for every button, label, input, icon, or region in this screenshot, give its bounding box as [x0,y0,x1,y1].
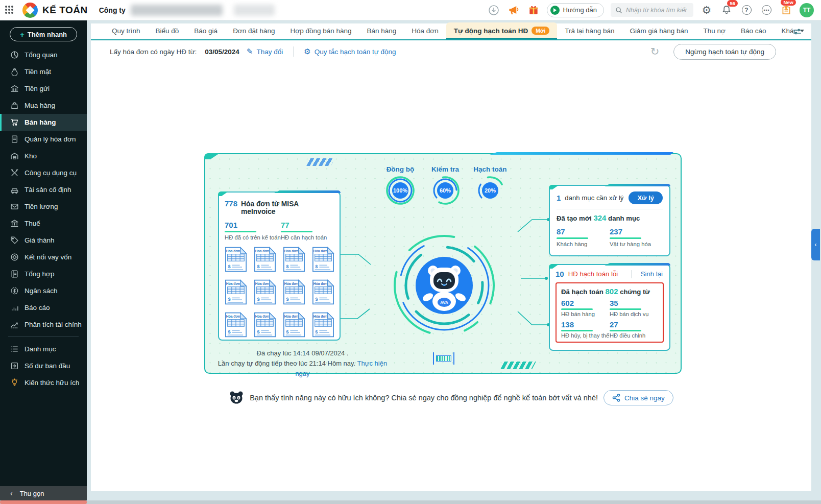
list-icon [10,345,19,353]
invoice-icon [283,279,305,305]
user-avatar[interactable]: TT [800,3,814,17]
notification-count-badge: 56 [727,0,738,7]
salary-envelope-icon [10,202,19,211]
horizontal-scrollbar-thumb[interactable] [0,500,87,504]
sidebar-collapse-button[interactable]: ‹ Thu gọn [0,486,87,500]
guide-button[interactable]: Hướng dẫn [547,3,604,17]
side-drawer-handle[interactable]: ‹ [811,229,820,260]
sidebar-item-gia-thanh[interactable]: Giá thành [0,232,87,249]
last-run-text: Đã chạy lúc 14:14 09/07/2024 . [214,348,391,358]
svg-text:60%: 60% [440,187,451,194]
tab-quy-trinh[interactable]: Quy trình [104,23,148,39]
stat-invoices-to-post: 77 HĐ cần hạch toán [281,221,334,241]
corner-accent [204,153,220,159]
svg-text:20%: 20% [485,187,496,194]
sidebar-item-tien-luong[interactable]: Tiền lương [0,198,87,215]
share-button[interactable]: Chia sẻ ngay [603,390,673,405]
sidebar-item-quan-ly-hoa-don[interactable]: Quản lý hóa đơn [0,131,87,148]
tab-bao-gia[interactable]: Báo giá [186,23,225,39]
more-options-icon[interactable]: ⋯ [760,4,773,17]
auto-accounting-rules-link[interactable]: ⚙ Quy tắc hạch toán tự động [304,47,396,56]
sidebar-item-kho[interactable]: Kho [0,148,87,164]
main-content: Quy trình Biểu đồ Báo giá Đơn đặt hàng H… [91,23,811,491]
change-date-link[interactable]: ✎ Thay đổi [247,47,283,56]
sidebar-item-mua-hang[interactable]: Mua hàng [0,97,87,114]
sidebar-item-tien-mat[interactable]: Tiền mặt [0,63,87,80]
megaphone-icon[interactable] [507,4,520,17]
tab-bao-cao[interactable]: Báo cáo [733,23,774,39]
stop-auto-accounting-button[interactable]: Ngừng hạch toán tự động [673,44,776,60]
gear-icon: ⚙ [304,47,310,56]
misa-logo[interactable] [22,3,38,18]
tab-bar: Quy trình Biểu đồ Báo giá Đơn đặt hàng H… [91,23,811,40]
gift-icon[interactable] [527,4,540,17]
sidebar-item-tong-quan[interactable]: Tổng quan [0,46,87,63]
stat-cancelled-invoices: 138 HĐ hủy, bị thay thế [561,320,610,339]
invoice-total: 778 [225,199,237,208]
download-icon[interactable] [487,4,500,17]
sidebar-item-ngan-sach[interactable]: Ngân sách [0,282,87,299]
invoice-icon [254,312,276,338]
settings-gear-icon[interactable]: ⚙ [700,4,713,17]
tab-hoa-don[interactable]: Hóa đơn [404,23,446,39]
stat-adjusted-invoices: 27 HĐ điều chỉnh [610,320,658,339]
whats-new-icon[interactable]: New [780,4,793,17]
refresh-icon[interactable]: ↻ [650,45,660,58]
invoice-icons-grid [225,247,334,338]
quick-add-button[interactable]: + Thêm nhanh [10,27,77,41]
regenerate-link[interactable]: Sinh lại [641,270,663,278]
sidebar-item-danh-muc[interactable]: Danh mục [0,341,87,357]
sidebar-item-tien-gui[interactable]: Tiền gửi [0,80,87,97]
invoice-icon [225,279,247,305]
share-message: Bạn thấy tính năng này có hữu ích không?… [250,394,598,402]
invoice-icon [283,312,305,338]
sidebar-item-ban-hang[interactable]: Bán hàng [0,114,87,131]
run-info: Đã chạy lúc 14:14 09/07/2024 . Lần chạy … [214,348,391,379]
svg-text:AVA: AVA [440,300,448,305]
tab-giam-gia-hang-ban[interactable]: Giảm giá hàng bán [622,23,695,39]
action-toolbar: Lấy hóa đơn có ngày HĐ từ: 03/05/2024 ✎ … [91,40,811,63]
tab-hop-dong-ban-hang[interactable]: Hợp đồng bán hàng [283,23,359,39]
tab-ban-hang[interactable]: Bán hàng [359,23,404,39]
sync-progress-ring: 100% [385,175,416,206]
posted-summary-highlight: Đã hạch toán 802 chứng từ 602 HĐ bán hàn… [556,282,664,343]
next-run-text: Lần chạy tự động tiếp theo lúc 21:14 Hôm… [218,359,355,367]
sidebar-item-phan-tich-tai-chinh[interactable]: Phân tích tài chính [0,316,87,333]
top-accent-line [490,152,673,155]
invoice-icon [312,312,334,338]
auto-accounting-dashboard: Đồng bộ 100% Kiểm tra 60% Hạch toá [204,153,682,374]
tab-tra-lai-hang-ban[interactable]: Trả lại hàng bán [557,23,622,39]
sidebar-item-tong-hop[interactable]: Tổng hợp [0,266,87,282]
process-button[interactable]: Xử lý [629,191,663,204]
sidebar-item-ket-noi-vay-von[interactable]: Kết nối vay vốn [0,249,87,266]
bottom-scrollbar-track [0,500,821,504]
sidebar-item-kien-thuc-huu-ich[interactable]: Kiến thức hữu ích [0,374,87,391]
warehouse-icon [10,152,19,160]
progress-sync: Đồng bộ 100% [383,165,418,208]
price-tag-icon [10,236,19,245]
sidebar-item-thue[interactable]: Thuế [0,215,87,232]
check-progress-ring: 60% [430,175,461,206]
tab-don-dat-hang[interactable]: Đơn đặt hàng [225,23,282,39]
play-icon [550,6,560,15]
tab-bieu-do[interactable]: Biểu đồ [148,23,187,39]
share-bar: Bạn thấy tính năng này có hữu ích không?… [91,390,811,405]
app-grid-menu-icon[interactable] [5,6,14,15]
company-name-redacted-2 [234,5,275,16]
stat-sales-invoices: 602 HĐ bán hàng [561,299,610,317]
stat-customers: 87 Khách hàng [557,227,610,247]
help-icon[interactable]: ? [740,4,753,17]
tab-tu-dong-hach-toan[interactable]: Tự động hạch toán HĐ Mới [446,22,558,39]
sidebar-item-cong-cu-dung-cu[interactable]: Công cụ dụng cụ [0,164,87,181]
search-input[interactable] [626,7,687,14]
sidebar-item-so-du-ban-dau[interactable]: Số dư ban đầu [0,357,87,374]
date-filter-value: 03/05/2024 [205,48,239,56]
tools-icon [10,169,19,177]
new-feature-badge: New [781,0,796,6]
global-search[interactable] [611,3,693,17]
tab-thu-no[interactable]: Thu nợ [696,23,733,39]
notification-bell-icon[interactable]: 56 [720,4,733,17]
sidebar-item-bao-cao[interactable]: Báo cáo [0,299,87,316]
sidebar-item-tai-san-co-dinh[interactable]: Tài sản cố định [0,181,87,198]
tab-settings-icon[interactable] [792,27,802,39]
